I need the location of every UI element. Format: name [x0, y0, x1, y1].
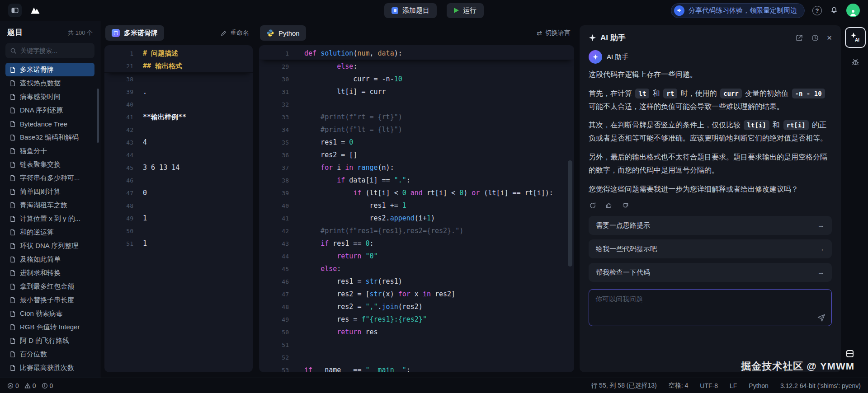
editor-line[interactable]: 36 res2 = [] — [259, 149, 574, 161]
eol-setting[interactable]: LF — [730, 382, 737, 389]
debug-tool-button[interactable] — [850, 57, 860, 67]
problems-warnings[interactable]: 0 — [24, 382, 36, 389]
sidebar-problem-item[interactable]: RGB 色值转 Integer — [5, 320, 94, 334]
sidebar-problem-item[interactable]: 环状 DNA 序列整理 — [5, 239, 94, 253]
editor-line[interactable]: 31 lt[i] = curr — [259, 85, 574, 98]
editor-line[interactable]: 45 else: — [259, 262, 574, 275]
sidebar-problem-item[interactable]: 阿 D 的飞行路线 — [5, 334, 94, 347]
editor-line[interactable]: 53if __name__ == "__main__": — [259, 364, 574, 372]
history-icon[interactable] — [811, 34, 819, 42]
editor-line[interactable]: 434 — [104, 136, 253, 149]
ai-suggestion-button[interactable]: 需要一点思路提示→ — [589, 216, 832, 235]
encoding[interactable]: UTF-8 — [700, 382, 718, 389]
ai-suggestion-button[interactable]: 给我一些代码提示吧→ — [589, 239, 832, 258]
editor-line[interactable]: 43 if res1 == 0: — [259, 237, 574, 250]
sidebar-problem-item[interactable]: 多米诺骨牌 — [5, 63, 94, 76]
editor-line[interactable]: 29 else: — [259, 60, 574, 73]
share-chat-icon[interactable] — [795, 34, 803, 42]
sidebar-problem-item[interactable]: 拿到最多红包金额 — [5, 280, 94, 293]
editor-line[interactable]: 39 if (lt[i] < 0 and rt[i] < 0) or (lt[i… — [259, 187, 574, 199]
editor-line[interactable]: 35 res1 = 0 — [259, 136, 574, 149]
editor-line[interactable]: 46 — [104, 174, 253, 187]
sidebar-problem-item[interactable]: 及格如此简单 — [5, 253, 94, 266]
editor-line[interactable]: 38 if data[i] == ".": — [259, 174, 574, 187]
editor-line[interactable]: 50 return res — [259, 326, 574, 338]
sidebar-problem-item[interactable]: Cion 勒索病毒 — [5, 307, 94, 320]
editor-line[interactable]: 47 res2 = [str(x) for x in res2] — [259, 288, 574, 300]
sidebar-problem-item[interactable]: 和的逆运算 — [5, 225, 94, 239]
editor-line[interactable]: 34 #print(f"lt = {lt}") — [259, 123, 574, 136]
sidebar-problem-item[interactable]: 百分位数 — [5, 347, 94, 361]
sidebar-problem-item[interactable]: 猫鱼分干 — [5, 144, 94, 158]
editor-line[interactable]: 48 res2 = ",".join(res2) — [259, 300, 574, 313]
rename-button[interactable]: 重命名 — [220, 29, 249, 37]
problem-title-chip[interactable]: 多米诺骨牌 — [105, 25, 164, 41]
switch-language-button[interactable]: ⇄ 切换语言 — [537, 29, 571, 37]
editor-line[interactable]: 42 #print(f"res1={res1},res2={res2}.") — [259, 225, 574, 237]
editor-line[interactable]: 52 — [259, 351, 574, 364]
editor-line[interactable]: 48 — [104, 199, 253, 212]
ai-input-box[interactable] — [589, 289, 832, 326]
editor-line[interactable]: 32 — [259, 98, 574, 111]
sidebar-toggle-button[interactable] — [8, 4, 22, 17]
avatar[interactable] — [846, 4, 860, 17]
app-logo[interactable] — [28, 5, 42, 16]
ai-input-field[interactable] — [589, 290, 831, 316]
share-banner[interactable]: 分享代码练习体验，领限量定制周边 — [671, 3, 805, 18]
editor-line[interactable]: 30 curr = -n-10 — [259, 73, 574, 85]
editor-line[interactable]: 51 — [259, 338, 574, 351]
notifications-icon[interactable] — [830, 6, 839, 15]
editor-line[interactable]: 453 6 13 14 — [104, 161, 253, 174]
help-button[interactable]: ? — [812, 6, 822, 15]
code-editor[interactable]: 1def solution(num, data): 29 else:30 cur… — [259, 45, 574, 372]
sidebar-scrollbar[interactable] — [97, 89, 99, 143]
editor-line[interactable]: 39. — [104, 85, 253, 98]
cursor-position[interactable]: 行 55, 列 58 (已选择13) — [591, 382, 657, 390]
editor-line[interactable]: 491 — [104, 212, 253, 225]
sidebar-problem-item[interactable]: 字符串有多少种可... — [5, 171, 94, 185]
language-tab[interactable]: Python — [260, 25, 306, 41]
indentation-setting[interactable]: 空格: 4 — [669, 382, 689, 390]
thumbs-up-button[interactable] — [605, 201, 613, 210]
problems-infos[interactable]: 0 — [42, 382, 53, 389]
editor-line[interactable]: 1def solution(num, data): — [259, 47, 574, 60]
ai-assistant-toggle-button[interactable]: AI — [845, 27, 866, 48]
ai-suggestion-button[interactable]: 帮我检查一下代码→ — [589, 263, 832, 282]
search-box[interactable] — [5, 43, 94, 58]
send-button[interactable] — [817, 313, 826, 322]
editor-line[interactable]: 511 — [104, 237, 253, 250]
editor-line[interactable]: 41**输出样例** — [104, 111, 253, 123]
editor-line[interactable]: 40 — [104, 98, 253, 111]
editor-line[interactable]: 33 #print(f"rt = {rt}") — [259, 111, 574, 123]
problems-errors[interactable]: 0 — [7, 382, 19, 389]
sidebar-problem-item[interactable]: 查找热点数据 — [5, 76, 94, 90]
editor-line[interactable]: 42 — [104, 123, 253, 136]
problem-editor[interactable]: 1# 问题描述21## 输出格式 3839.4041**输出样例**424344… — [104, 45, 253, 372]
sidebar-problem-item[interactable]: 计算位置 x 到 y 的... — [5, 212, 94, 225]
thumbs-down-button[interactable] — [621, 201, 629, 210]
interpreter-version[interactable]: 3.12.2 64-bit ('shims': pyenv) — [780, 382, 861, 389]
close-icon[interactable]: × — [827, 33, 832, 42]
editor-line[interactable]: 470 — [104, 187, 253, 199]
search-input[interactable] — [20, 47, 90, 54]
editor-line[interactable]: 44 — [104, 149, 253, 161]
editor-line[interactable]: 1# 问题描述 — [104, 47, 253, 60]
sidebar-problem-item[interactable]: 简单四则计算 — [5, 185, 94, 198]
editor-line[interactable]: 41 res2.append(i+1) — [259, 212, 574, 225]
sidebar-problem-item[interactable]: 青海湖租车之旅 — [5, 198, 94, 212]
sidebar-problem-item[interactable]: 进制求和转换 — [5, 266, 94, 280]
sidebar-problem-item[interactable]: 最小替换子串长度 — [5, 293, 94, 307]
regenerate-button[interactable] — [589, 201, 597, 210]
editor-line[interactable]: 38 — [104, 73, 253, 85]
editor-line[interactable]: 46 res1 = str(res1) — [259, 275, 574, 288]
code-editor-scrollbar[interactable] — [568, 160, 572, 267]
add-problem-button[interactable]: 添加题目 — [384, 3, 437, 18]
sidebar-problem-item[interactable]: Bytedance Tree — [5, 117, 94, 131]
sidebar-problem-item[interactable]: 比赛最高获胜次数 — [5, 361, 94, 374]
editor-line[interactable]: 44 return "0" — [259, 250, 574, 262]
sidebar-problem-item[interactable]: Base32 编码和解码 — [5, 131, 94, 144]
sidebar-problem-item[interactable]: 病毒感染时间 — [5, 90, 94, 103]
sidebar-problem-item[interactable]: 链表聚集交换 — [5, 158, 94, 171]
sidebar-problem-item[interactable]: DNA 序列还原 — [5, 103, 94, 117]
language-mode[interactable]: Python — [749, 382, 769, 389]
